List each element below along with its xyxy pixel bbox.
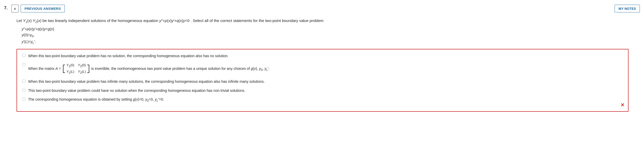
matrix-r2c2: Y2(L) xyxy=(78,69,86,75)
question-row: 7. ∨ PREVIOUS ANSWERS MY NOTES xyxy=(0,3,644,14)
answer-option-2: When the matrix A = Y1(0) Y2(0) xyxy=(22,62,623,76)
option-text-4: This two-point boundary value problem co… xyxy=(28,88,623,93)
option-text-3: When this two-point boundary value probl… xyxy=(28,79,623,84)
radio-1[interactable] xyxy=(22,54,26,57)
option-text-2: When the matrix A = Y1(0) Y2(0) xyxy=(28,62,623,76)
preamble-text: Let Y1(x) Y2(x) be two linearly independ… xyxy=(17,18,324,23)
x-mark: ✕ xyxy=(621,101,624,109)
question-body: Let Y1(x) Y2(x) be two linearly independ… xyxy=(15,18,629,112)
matrix-r2c1: Y1(L) xyxy=(66,69,74,75)
matrix-r1c2: Y2(0) xyxy=(78,63,86,69)
page-wrapper: 7. ∨ PREVIOUS ANSWERS MY NOTES Let Y1(x)… xyxy=(0,0,644,149)
option-text-5: The corresponding homogeneous equation i… xyxy=(28,96,623,103)
question-number: 7. xyxy=(4,6,9,10)
previous-answers-button[interactable]: PREVIOUS ANSWERS xyxy=(21,5,65,12)
radio-2[interactable] xyxy=(22,63,26,66)
matrix-r1c1: Y1(0) xyxy=(66,63,74,69)
answer-box: When this two-point boundary value probl… xyxy=(17,49,629,112)
answer-option-3: When this two-point boundary value probl… xyxy=(22,79,623,84)
eq-line-3: y′(L)=yL′. xyxy=(22,39,629,45)
matrix-wrap: Y1(0) Y2(0) Y1(L) Y2(L) xyxy=(63,62,89,76)
equation-lines: y″+p(x)y′+q(x)y=g(x) y(0)=y0, y′(L)=yL′. xyxy=(22,26,629,46)
top-row-controls: ∨ PREVIOUS ANSWERS MY NOTES xyxy=(11,5,640,12)
radio-4[interactable] xyxy=(22,88,26,92)
option-text-1: When this two-point boundary value probl… xyxy=(28,53,623,59)
answer-option-5: The corresponding homogeneous equation i… xyxy=(22,96,623,103)
my-notes-button[interactable]: MY NOTES xyxy=(615,5,640,12)
chevron-button[interactable]: ∨ xyxy=(11,5,19,12)
answer-option-4: This two-point boundary value problem co… xyxy=(22,88,623,93)
answer-option-1: When this two-point boundary value probl… xyxy=(22,53,623,59)
eq-line-1: y″+p(x)y′+q(x)y=g(x) xyxy=(22,26,629,32)
eq-line-2: y(0)=y0, xyxy=(22,32,629,39)
radio-3[interactable] xyxy=(22,79,26,83)
radio-5[interactable] xyxy=(22,97,26,101)
